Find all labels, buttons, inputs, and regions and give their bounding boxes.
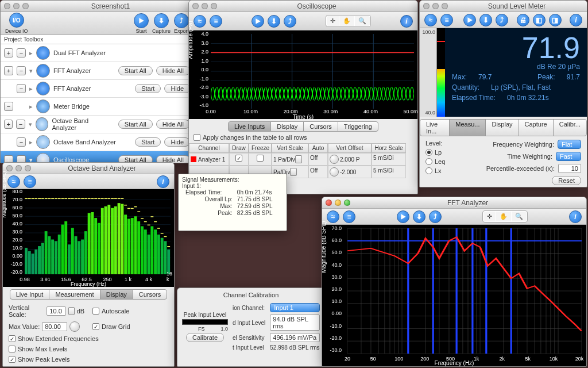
radio-leq[interactable]: [425, 158, 432, 165]
toolbox-item[interactable]: −▸Meter Bridge: [1, 98, 194, 116]
tool-a-button[interactable]: ≈: [327, 210, 339, 223]
fw-select[interactable]: Flat: [558, 140, 581, 149]
info-button[interactable]: i: [157, 175, 169, 188]
info-button[interactable]: i: [400, 15, 413, 28]
cursor-tools[interactable]: ✛✋🔍: [482, 210, 528, 223]
stepper[interactable]: [295, 155, 302, 163]
hide-all-button[interactable]: Hide All: [156, 120, 190, 129]
titlebar[interactable]: Oscilloscope: [189, 1, 417, 12]
tab-capture[interactable]: Capture: [519, 119, 554, 136]
minus-icon[interactable]: −: [4, 102, 13, 111]
toolbox-item[interactable]: +−▾OscilloscopeStart AllHide All: [1, 151, 194, 163]
auto-value[interactable]: Off: [310, 167, 318, 174]
start-button[interactable]: Start: [135, 137, 161, 147]
print-button[interactable]: 🖨: [517, 14, 529, 26]
fft-plot[interactable]: Magnitude (dB SPL) Frequency (Hz) 70.060…: [322, 225, 586, 366]
tab-display[interactable]: Display: [100, 289, 133, 300]
freeze-checkbox[interactable]: [257, 155, 264, 162]
capture-button[interactable]: ⬇: [268, 15, 280, 28]
cursor-tools[interactable]: ✛✋🔍: [326, 15, 371, 27]
tab-calibrate[interactable]: Calibr...: [553, 119, 587, 136]
device-io-button[interactable]: I/O: [9, 13, 24, 28]
tab-live[interactable]: Live In...: [420, 119, 450, 136]
minus-icon[interactable]: −: [17, 84, 26, 93]
play-button[interactable]: [397, 210, 409, 223]
calibrate-button[interactable]: Calibrate: [186, 333, 224, 342]
radio-lp[interactable]: [425, 149, 432, 156]
minus-icon[interactable]: −: [17, 48, 26, 57]
toolbox-item[interactable]: −▸FFT AnalyzerStartHide: [1, 80, 194, 98]
tool-b-button[interactable]: ≡: [24, 175, 36, 188]
tool-a-button[interactable]: ≈: [194, 15, 206, 28]
tw-select[interactable]: Fast: [556, 152, 581, 161]
tool-a-button[interactable]: ≈: [7, 175, 20, 188]
hand-icon[interactable]: ✋: [496, 212, 511, 221]
zoom-icon[interactable]: 🔍: [355, 16, 370, 26]
export-button[interactable]: ⤴: [284, 15, 296, 28]
minimize-icon[interactable]: [202, 3, 208, 9]
minimize-icon[interactable]: [16, 165, 22, 171]
reset-button[interactable]: Reset: [552, 176, 581, 185]
ext-checkbox[interactable]: ✓: [9, 335, 16, 342]
close-icon[interactable]: [326, 200, 332, 206]
tab-display[interactable]: Display: [270, 121, 304, 132]
tab-measurement[interactable]: Measurement: [49, 289, 100, 300]
vscale-field[interactable]: 10.0: [47, 306, 65, 316]
add-icon[interactable]: +: [4, 66, 13, 75]
titlebar[interactable]: Screenshot1: [1, 1, 194, 12]
info-button[interactable]: i: [570, 14, 582, 26]
start-button[interactable]: Start: [135, 84, 161, 93]
play-button[interactable]: [463, 14, 476, 26]
tab-live-input[interactable]: Live Input: [10, 289, 50, 300]
color-swatch[interactable]: [191, 156, 196, 162]
add-icon[interactable]: +: [4, 48, 13, 57]
crosshair-icon[interactable]: ✛: [483, 212, 496, 221]
start-all-button[interactable]: Start All: [118, 120, 153, 129]
dil-field[interactable]: 94.0 dB SPL rms: [270, 315, 320, 331]
capture-button[interactable]: ⬇: [479, 14, 492, 26]
close-icon[interactable]: [6, 165, 13, 171]
hide-button[interactable]: Hide: [164, 84, 190, 93]
ch-select[interactable]: Input 1: [270, 303, 320, 312]
tool-d-button[interactable]: ◨: [549, 14, 562, 26]
oscilloscope-plot[interactable]: Amplitude (Pa) Time (s) 4.03.02.01.00.0-…: [189, 30, 417, 119]
apply-all-checkbox[interactable]: [194, 134, 200, 141]
play-button[interactable]: [134, 13, 149, 28]
minus-icon[interactable]: −: [16, 120, 25, 129]
close-icon[interactable]: [192, 3, 199, 9]
tab-cursors[interactable]: Cursors: [303, 121, 338, 132]
knob[interactable]: [330, 167, 339, 177]
toolbox-item[interactable]: +−▾FFT AnalyzerStart AllHide All: [1, 62, 194, 80]
minimize-icon[interactable]: [432, 3, 439, 9]
minus-icon[interactable]: −: [17, 137, 26, 147]
zoom-icon[interactable]: [211, 3, 217, 9]
radio-lx[interactable]: [425, 167, 432, 174]
autoscale-checkbox[interactable]: [92, 308, 99, 315]
stepper[interactable]: [68, 307, 75, 315]
titlebar[interactable]: FFT Analyzer: [322, 197, 586, 209]
toolbox-item[interactable]: +−▾Octave Band AnalyzerStart AllHide All: [1, 116, 194, 133]
tool-b-button[interactable]: ≡: [440, 14, 453, 26]
toolbox-item[interactable]: +−▸Dual FFT Analyzer: [1, 44, 194, 62]
minimize-icon[interactable]: [335, 200, 341, 206]
crosshair-icon[interactable]: ✛: [327, 16, 339, 26]
export-button[interactable]: ⤴: [496, 14, 508, 26]
knob[interactable]: [330, 155, 339, 164]
sens-field[interactable]: 496.196 mV/Pa: [270, 333, 320, 342]
toolbox-item[interactable]: −▸Octave Band AnalyzerStartHide: [1, 133, 194, 151]
zoom-icon[interactable]: [344, 200, 350, 206]
octave-plot[interactable]: Magnitude (dB SPL) Frequency (Hz) 80.070…: [3, 189, 174, 287]
export-button[interactable]: ⤴: [174, 13, 189, 28]
capture-button[interactable]: ⬇: [154, 13, 169, 28]
titlebar[interactable]: Octave Band Analyzer: [3, 163, 174, 174]
info-button[interactable]: i: [569, 210, 582, 223]
peak-checkbox[interactable]: ✓: [9, 356, 16, 363]
hand-icon[interactable]: ✋: [339, 16, 354, 26]
tool-b-button[interactable]: ≡: [343, 210, 355, 223]
start-all-button[interactable]: Start All: [118, 66, 153, 75]
capture-button[interactable]: ⬇: [413, 210, 425, 223]
tab-measure[interactable]: Measu...: [449, 119, 486, 136]
tab-triggering[interactable]: Triggering: [338, 121, 378, 132]
zoom-icon[interactable]: [442, 3, 448, 9]
minimize-icon[interactable]: [13, 3, 20, 9]
